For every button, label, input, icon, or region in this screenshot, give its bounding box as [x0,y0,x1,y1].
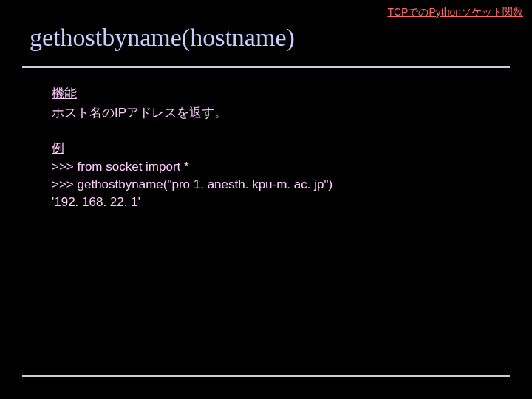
slide-topic: TCPでのPythonソケット関数 [387,6,523,19]
example-section-title: 例 [52,140,64,157]
function-block: 機能 ホスト名のIPアドレスを返す。 [52,85,488,122]
example-block: 例 >>> from socket import * >>> gethostby… [52,140,488,211]
title-divider [22,66,510,68]
example-line: '192. 168. 22. 1' [52,195,140,209]
slide-body: 機能 ホスト名のIPアドレスを返す。 例 >>> from socket imp… [52,85,488,229]
slide: TCPでのPythonソケット関数 gethostbyname(hostname… [0,0,532,399]
example-line: >>> from socket import * [52,160,189,174]
bottom-divider [22,375,510,377]
function-description: ホスト名のIPアドレスを返す。 [52,106,227,120]
example-line: >>> gethostbyname("pro 1. anesth. kpu-m.… [52,177,332,191]
function-section-title: 機能 [52,85,77,103]
slide-title: gethostbyname(hostname) [30,24,502,62]
